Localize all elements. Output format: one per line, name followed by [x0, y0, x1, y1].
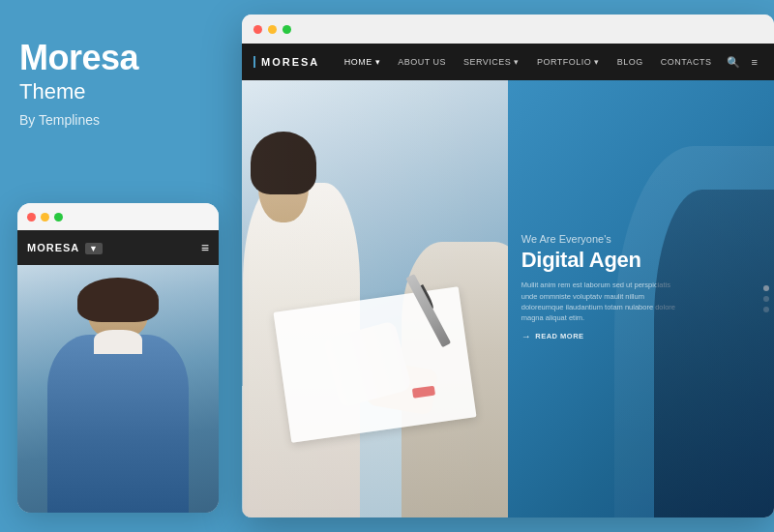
mobile-person-body	[47, 335, 189, 513]
mobile-top-bar	[17, 203, 219, 230]
nav-item-about[interactable]: ABOUT US	[390, 57, 454, 67]
right-suit	[654, 190, 774, 517]
mobile-person-hair	[77, 278, 158, 322]
mobile-person-collar	[94, 330, 142, 355]
search-icon[interactable]: 🔍	[722, 56, 745, 69]
mobile-content	[17, 265, 219, 513]
hero-blue-right: We Are Everyone's Digital Agen Mullit an…	[508, 80, 774, 517]
mobile-nav-brand: MORESA ▼	[27, 242, 103, 253]
desktop-nav: MORESA HOME ▾ ABOUT US SERVICES ▾ PORTFO…	[242, 44, 774, 80]
menu-icon[interactable]: ≡	[747, 56, 762, 68]
brand-title: Moresa	[19, 39, 218, 77]
cta-arrow-icon: →	[521, 331, 532, 341]
mobile-mockup: MORESA ▼ ≡	[17, 203, 219, 513]
desktop-hero-content: We Are Everyone's Digital Agen Mullit an…	[242, 80, 774, 517]
desktop-hero: We Are Everyone's Digital Agen Mullit an…	[242, 80, 774, 517]
nav-item-services[interactable]: SERVICES ▾	[456, 57, 527, 67]
mobile-dot-green	[54, 213, 63, 222]
nav-item-portfolio[interactable]: PORTFOLIO ▾	[529, 57, 608, 67]
mobile-dot-red	[27, 213, 36, 222]
mobile-dot-yellow	[41, 213, 49, 222]
nav-item-contacts[interactable]: CONTACTS	[653, 57, 720, 67]
hamburger-icon[interactable]: ≡	[201, 240, 209, 255]
desktop-nav-items: HOME ▾ ABOUT US SERVICES ▾ PORTFOLIO ▾ B…	[337, 56, 762, 69]
mobile-nav: MORESA ▼ ≡	[17, 230, 219, 265]
hero-photo-left	[242, 80, 508, 517]
desktop-top-bar	[242, 15, 774, 44]
nav-item-blog[interactable]: BLOG	[610, 57, 651, 67]
desktop-mockup: MORESA HOME ▾ ABOUT US SERVICES ▾ PORTFO…	[242, 15, 774, 517]
desktop-nav-brand: MORESA	[253, 56, 319, 68]
desktop-dot-red	[253, 25, 262, 34]
nav-item-home[interactable]: HOME ▾	[337, 57, 389, 67]
desktop-dot-yellow	[268, 25, 277, 34]
mobile-nav-tag: ▼	[85, 243, 103, 254]
brand-by: By Templines	[19, 112, 218, 128]
brand-subtitle: Theme	[19, 79, 218, 104]
desktop-dot-green	[283, 25, 291, 34]
mobile-hero-image	[17, 265, 219, 513]
left-fade	[242, 80, 508, 517]
